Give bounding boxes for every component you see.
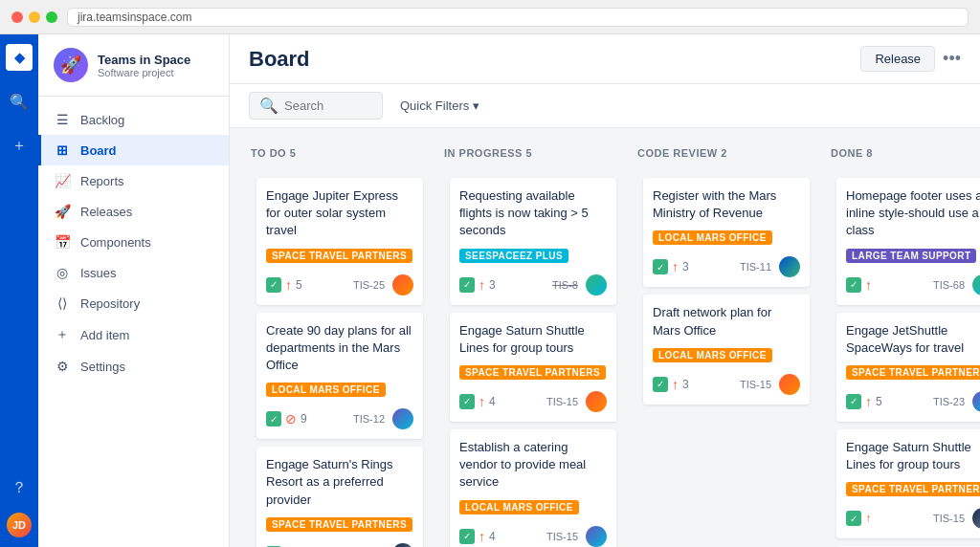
- card[interactable]: Homepage footer uses an inline style-sho…: [836, 178, 980, 305]
- browser-dots: [11, 11, 57, 23]
- app-logo[interactable]: ◆: [6, 44, 33, 71]
- quick-filters-button[interactable]: Quick Filters ▾: [392, 95, 487, 117]
- card[interactable]: Engage Saturn Shuttle Lines for group to…: [450, 313, 616, 422]
- more-options-icon[interactable]: •••: [943, 49, 961, 69]
- card-avatar: [392, 543, 413, 547]
- card-title: Engage JetShuttle SpaceWays for travel: [846, 322, 980, 357]
- sidebar-label-repository: Repository: [80, 296, 140, 311]
- card[interactable]: Engage JetShuttle SpaceWays for travelSP…: [836, 313, 980, 422]
- card[interactable]: Engage Saturn Shuttle Lines for group to…: [836, 429, 980, 538]
- priority-high-icon: ↑: [672, 259, 679, 274]
- add-icon[interactable]: ＋: [6, 132, 33, 159]
- sidebar-label-releases: Releases: [80, 205, 132, 219]
- address-bar[interactable]: jira.teamsinspace.com: [67, 8, 969, 27]
- sidebar-item-reports[interactable]: 📈 Reports: [38, 165, 229, 196]
- header-actions: Release •••: [860, 46, 961, 72]
- card-title: Homepage footer uses an inline style-sho…: [846, 187, 980, 240]
- column-cards-codereview: Register with the Mars Ministry of Reven…: [635, 170, 817, 412]
- help-icon[interactable]: ？: [6, 474, 33, 501]
- card-label: SPACE TRAVEL PARTNERS: [846, 365, 980, 380]
- card-checkbox[interactable]: ✓: [459, 277, 475, 293]
- project-type: Software project: [98, 67, 190, 78]
- card-checkbox[interactable]: ✓: [846, 394, 861, 409]
- close-dot[interactable]: [11, 11, 23, 23]
- card-count: 4: [489, 395, 496, 408]
- column-header-todo: TO DO 5: [249, 143, 431, 163]
- card[interactable]: Draft network plan for Mars OfficeLOCAL …: [643, 295, 810, 404]
- sidebar-item-repository[interactable]: ⟨⟩ Repository: [38, 288, 229, 318]
- card[interactable]: Engage Jupiter Express for outer solar s…: [256, 178, 423, 305]
- card-title: Engage Saturn Shuttle Lines for group to…: [846, 439, 980, 473]
- minimize-dot[interactable]: [29, 11, 40, 23]
- column-header-done: DONE 8: [829, 143, 980, 163]
- search-magnifier-icon: 🔍: [259, 97, 278, 115]
- card-title: Engage Jupiter Express for outer solar s…: [266, 187, 413, 240]
- user-avatar[interactable]: JD: [7, 513, 32, 537]
- sidebar-item-add[interactable]: ＋ Add item: [38, 318, 229, 351]
- card-count: 3: [489, 278, 496, 292]
- sidebar-item-settings[interactable]: ⚙ Settings: [38, 351, 229, 382]
- card-footer: ✓↑TIS-68: [846, 274, 980, 295]
- card-avatar: [779, 256, 800, 277]
- card-label: LOCAL MARS OFFICE: [266, 383, 386, 397]
- sidebar-item-issues[interactable]: ◎ Issues: [38, 257, 229, 288]
- sidebar-item-board[interactable]: ⊞ Board: [38, 135, 229, 165]
- card-checkbox[interactable]: ✓: [653, 377, 668, 392]
- card-label: SPACE TRAVEL PARTNERS: [266, 517, 412, 532]
- priority-high-icon: ↑: [479, 529, 485, 544]
- main-header: Board Release •••: [230, 34, 980, 84]
- sidebar-item-backlog[interactable]: ☰ Backlog: [38, 104, 229, 135]
- card-label: LOCAL MARS OFFICE: [653, 348, 772, 362]
- sidebar: 🚀 Teams in Space Software project ☰ Back…: [38, 34, 230, 547]
- sidebar-nav: ☰ Backlog ⊞ Board 📈 Reports 🚀 Releases 📅…: [38, 97, 229, 389]
- column-todo: TO DO 5Engage Jupiter Express for outer …: [249, 143, 431, 532]
- card-label: LARGE TEAM SUPPORT: [846, 249, 976, 263]
- column-header-codereview: CODE REVIEW 2: [635, 143, 817, 163]
- card-checkbox[interactable]: ✓: [266, 411, 281, 427]
- card-id: TIS-68: [933, 279, 965, 291]
- card[interactable]: Create 90 day plans for all departments …: [256, 313, 423, 440]
- main-content: Board Release ••• 🔍 Quick Filters ▾ TO D…: [230, 34, 980, 547]
- releases-icon: 🚀: [54, 204, 71, 219]
- priority-high-icon: ↑: [865, 277, 872, 293]
- card-checkbox[interactable]: ✓: [459, 394, 475, 409]
- sidebar-label-backlog: Backlog: [80, 113, 124, 127]
- maximize-dot[interactable]: [46, 11, 57, 23]
- search-box[interactable]: 🔍: [249, 92, 383, 120]
- quick-filters-label: Quick Filters: [400, 98, 469, 113]
- card-checkbox[interactable]: ✓: [846, 511, 861, 526]
- repository-icon: ⟨⟩: [54, 295, 71, 311]
- sidebar-item-components[interactable]: 📅 Components: [38, 227, 229, 257]
- card-label: SPACE TRAVEL PARTNERS: [846, 482, 980, 496]
- card-avatar: [972, 391, 980, 412]
- card-checkbox[interactable]: ✓: [266, 277, 281, 293]
- release-button[interactable]: Release: [860, 46, 935, 72]
- search-input[interactable]: [284, 98, 380, 113]
- card-checkbox[interactable]: ✓: [846, 277, 861, 293]
- issues-icon: ◎: [54, 265, 71, 280]
- card-footer: ✓↑3TIS-15: [653, 374, 800, 395]
- logo-icon: ◆: [14, 50, 25, 65]
- card[interactable]: Register with the Mars Ministry of Reven…: [643, 178, 810, 287]
- sidebar-label-settings: Settings: [80, 360, 125, 374]
- card[interactable]: Establish a catering vendor to provide m…: [450, 429, 616, 547]
- card-checkbox[interactable]: ✓: [653, 259, 668, 274]
- components-icon: 📅: [54, 234, 71, 250]
- card-footer: ✓↑5TIS-23: [846, 391, 980, 412]
- card-count: 9: [301, 412, 307, 426]
- backlog-icon: ☰: [54, 112, 71, 127]
- browser-chrome: jira.teamsinspace.com: [0, 0, 980, 34]
- card-id: TIS-15: [933, 513, 965, 524]
- card-id: TIS-25: [353, 279, 385, 291]
- card-title: Engage Saturn Shuttle Lines for group to…: [459, 322, 607, 357]
- card[interactable]: Requesting available flights is now taki…: [450, 178, 616, 305]
- card-checkbox[interactable]: ✓: [459, 529, 475, 544]
- column-cards-todo: Engage Jupiter Express for outer solar s…: [249, 170, 431, 532]
- card[interactable]: Engage Saturn's Rings Resort as a prefer…: [256, 447, 423, 547]
- sidebar-item-releases[interactable]: 🚀 Releases: [38, 196, 229, 227]
- chevron-down-icon: ▾: [473, 98, 479, 113]
- search-icon[interactable]: 🔍: [6, 88, 33, 115]
- card-id: TIS-11: [740, 261, 771, 273]
- column-done: DONE 8Homepage footer uses an inline sty…: [829, 143, 980, 532]
- card-label: LOCAL MARS OFFICE: [459, 500, 579, 514]
